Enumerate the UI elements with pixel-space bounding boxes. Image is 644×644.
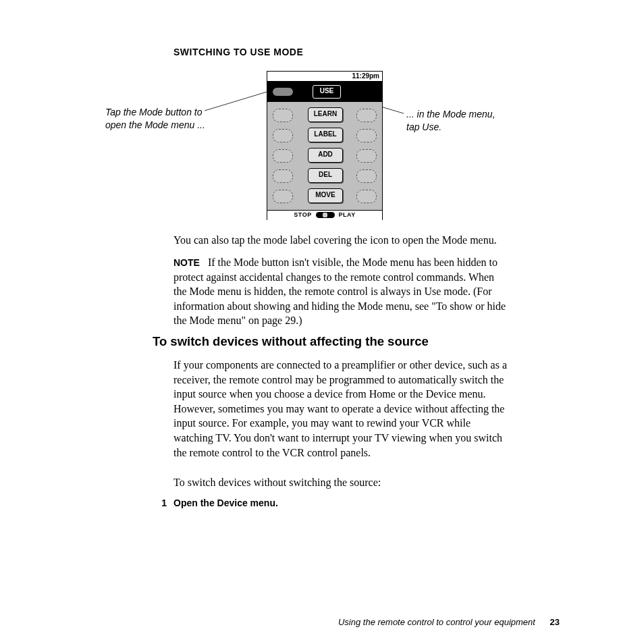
side-button [356, 129, 377, 142]
side-button [356, 169, 377, 183]
note-label: NOTE [173, 257, 200, 268]
status-time: 11:29pm [267, 72, 382, 82]
remote-figure: 11:29pm USE LEARN LABEL ADD DEL MOVE [267, 71, 383, 220]
callout-right: ... in the Mode menu, tap Use. [406, 108, 508, 134]
right-side-buttons [354, 102, 379, 210]
footer-chapter: Using the remote control to control your… [338, 617, 535, 627]
menu-add: ADD [308, 148, 343, 163]
mode-menu: LEARN LABEL ADD DEL MOVE [305, 102, 346, 203]
section-title: SWITCHING TO USE MODE [173, 47, 303, 57]
stop-label: STOP [294, 211, 311, 218]
page-footer: Using the remote control to control your… [338, 617, 560, 627]
mode-button-icon [273, 88, 293, 96]
heading-switch-devices: To switch devices without affecting the … [153, 334, 429, 349]
step-text: Open the Device menu. [173, 498, 278, 508]
callout-left: Tap the Mode button to open the Mode men… [105, 106, 207, 132]
side-button [273, 149, 293, 163]
step-1: 1Open the Device menu. [143, 498, 508, 508]
menu-learn: LEARN [308, 107, 343, 122]
scroll-icon [316, 212, 335, 218]
side-button [356, 190, 377, 203]
bottom-bar: STOP PLAY [267, 210, 382, 220]
note-block: NOTE If the Mode button isn't visible, t… [173, 255, 508, 328]
left-side-buttons [270, 102, 296, 210]
side-button [356, 109, 377, 122]
menu-del: DEL [308, 168, 343, 183]
side-button [273, 169, 293, 183]
side-button [356, 149, 377, 163]
play-label: PLAY [339, 211, 356, 218]
side-button [273, 109, 293, 122]
step-number: 1 [143, 498, 167, 508]
menu-label: LABEL [308, 128, 343, 142]
side-button [273, 129, 293, 142]
paragraph-lead-in: To switch devices without switching the … [173, 475, 508, 490]
use-indicator: USE [313, 85, 341, 99]
paragraph-intro: You can also tap the mode label covering… [173, 233, 508, 248]
page-number: 23 [550, 617, 560, 627]
title-bar: USE [267, 82, 382, 102]
side-button [273, 190, 293, 203]
menu-move: MOVE [308, 188, 343, 203]
paragraph-switch-devices: If your components are connected to a pr… [173, 358, 508, 460]
note-body: If the Mode button isn't visible, the Mo… [173, 257, 506, 326]
